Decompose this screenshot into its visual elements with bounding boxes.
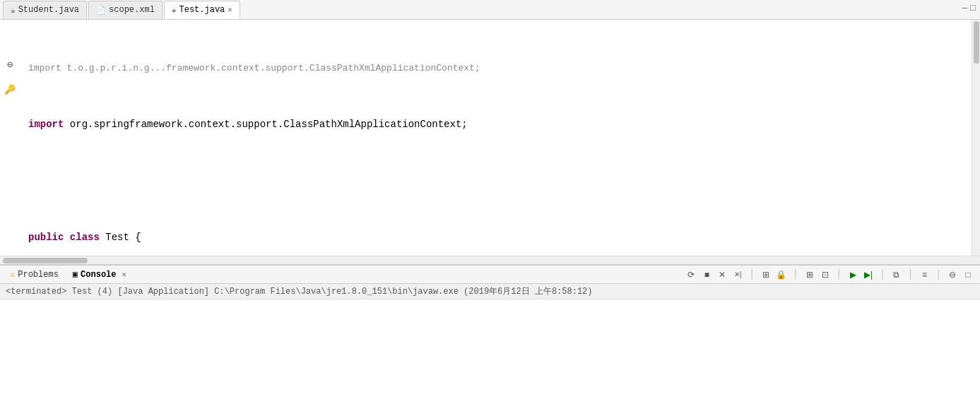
tab-problems[interactable]: ⚠ Problems (6, 268, 63, 281)
console-line-3: 六月 12, 2019 8:58:13 上午 org.springframewo… (6, 331, 974, 345)
gutter-line-1 (4, 20, 16, 32)
editor-gutter: ⊖ 🔑 (0, 20, 20, 256)
minimize-console-icon[interactable]: ⊖ (946, 268, 959, 281)
problems-icon: ⚠ (10, 269, 15, 280)
tab-test-java-label: Test.java (179, 5, 225, 15)
java-file-icon: ☕ (11, 6, 16, 15)
icon-separator-3: | (836, 268, 843, 281)
gutter-line-6: 🔑 (4, 83, 16, 96)
editor-vscroll[interactable] (972, 20, 980, 256)
minimize-icon[interactable]: — (962, 3, 967, 13)
console-line-4: 信息: Loading XML bean definitions from cl… (6, 345, 974, 359)
run-icon[interactable]: ▶ (846, 268, 859, 281)
layout-icon[interactable]: ⧉ (890, 268, 903, 281)
editor-area: ⊖ 🔑 import t.o.g.p.r.i.n.g...framework.c… (0, 20, 980, 264)
console-icon: ▣ (73, 269, 78, 280)
tab-scope-xml[interactable]: 📄 scope.xml (88, 1, 163, 19)
java-file-icon-active: ☕ (172, 5, 177, 14)
gutter-line-4: ⊖ (4, 58, 16, 71)
icon-separator-1: | (748, 268, 755, 281)
console-line-1: 六月 12, 2019 8:58:13 上午 org.springframewo… (6, 302, 974, 316)
editor-hscroll[interactable] (0, 256, 980, 264)
code-line-3 (25, 174, 972, 188)
tab-close-icon[interactable]: ✕ (228, 5, 232, 14)
maximize-console-icon[interactable]: □ (962, 268, 974, 281)
tab-scope-xml-label: scope.xml (109, 5, 155, 15)
window-controls: — □ (957, 0, 980, 16)
icon-separator-4: | (879, 268, 886, 281)
editor-hscroll-thumb[interactable] (3, 258, 88, 263)
gutter-line-10 (4, 134, 16, 147)
copy-icon[interactable]: ⊡ (819, 268, 832, 281)
stop-icon[interactable]: ■ (700, 268, 713, 281)
gutter-line-12 (4, 160, 16, 172)
clear-console-icon[interactable]: ⟳ (685, 268, 697, 281)
gutter-line-11 (4, 147, 16, 160)
console-status-bar: <terminated> Test (4) [Java Application]… (0, 284, 980, 299)
gutter-line-5 (4, 71, 16, 83)
pin-icon[interactable]: ⊞ (760, 268, 772, 281)
remove-all-icon[interactable]: ✕| (731, 268, 744, 281)
console-action-icons: ⟳ ■ ✕ ✕| | ⊞ 🔒 | ⊞ ⊡ | ▶ ▶| | ⧉ | ≡ | ⊖ … (685, 268, 974, 281)
run-next-icon[interactable]: ▶| (862, 268, 875, 281)
restore-icon[interactable]: □ (970, 3, 976, 13)
console-tab-close-icon[interactable]: ✕ (122, 270, 127, 279)
console-output[interactable]: 六月 12, 2019 8:58:13 上午 org.springframewo… (0, 299, 980, 416)
icon-separator-2: | (792, 268, 799, 281)
gutter-line-2 (4, 32, 16, 45)
tab-test-java[interactable]: ☕ Test.java ✕ (164, 1, 240, 19)
code-line-4: public class Test { (25, 230, 972, 244)
gutter-line-8 (4, 109, 16, 121)
tab-problems-label: Problems (18, 270, 59, 280)
code-line-2: import org.springframework.context.suppo… (25, 117, 972, 131)
editor-vscroll-thumb[interactable] (974, 21, 979, 64)
view-menu-icon[interactable]: ≡ (918, 268, 931, 281)
new-console-icon[interactable]: ⊞ (803, 268, 816, 281)
console-status-text: <terminated> Test (4) [Java Application]… (6, 287, 593, 297)
console-toolbar: ⚠ Problems ▣ Console ✕ ⟳ ■ ✕ ✕| | ⊞ 🔒 | … (0, 266, 980, 284)
tab-bar: ☕ Student.java 📄 scope.xml ☕ Test.java ✕… (0, 0, 980, 20)
tab-student-java[interactable]: ☕ Student.java (3, 1, 87, 19)
code-scroll[interactable]: ⊖ 🔑 import t.o.g.p.r.i.n.g...framework.c… (0, 20, 980, 256)
tab-console-label: Console (81, 270, 116, 280)
xml-file-icon: 📄 (96, 6, 106, 15)
gutter-line-7 (4, 96, 16, 109)
icon-separator-5: | (907, 268, 914, 281)
tab-student-java-label: Student.java (18, 5, 79, 15)
console-line-2: 信息: Refreshing org.springframework.conte… (6, 316, 974, 331)
code-editor[interactable]: import t.o.g.p.r.i.n.g...framework.conte… (20, 20, 972, 256)
gutter-line-13 (4, 172, 16, 185)
gutter-line-9 (4, 121, 16, 134)
lock-icon[interactable]: 🔒 (775, 268, 788, 281)
gutter-line-3 (4, 45, 16, 58)
code-line-1: import t.o.g.p.r.i.n.g...framework.conte… (25, 62, 972, 75)
remove-icon[interactable]: ✕ (716, 268, 728, 281)
console-panel: ⚠ Problems ▣ Console ✕ ⟳ ■ ✕ ✕| | ⊞ 🔒 | … (0, 264, 980, 416)
icon-separator-6: | (935, 268, 942, 281)
tab-console[interactable]: ▣ Console ✕ (69, 268, 131, 281)
